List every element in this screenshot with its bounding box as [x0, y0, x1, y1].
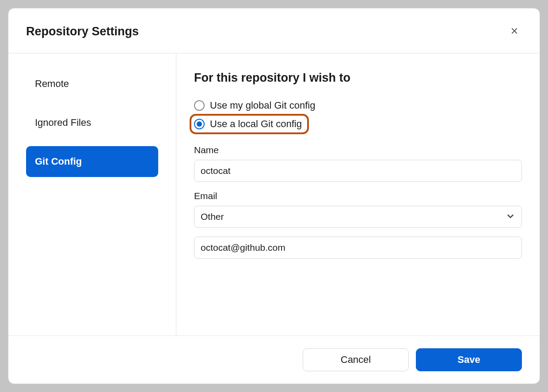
email-field-block: Email Other: [194, 191, 522, 259]
save-button[interactable]: Save: [416, 348, 522, 371]
dialog-backdrop: Repository Settings Remote Ignored Files…: [0, 0, 548, 392]
name-input[interactable]: [194, 160, 522, 182]
sidebar-item-git-config[interactable]: Git Config: [26, 146, 158, 177]
sidebar: Remote Ignored Files Git Config: [8, 53, 176, 335]
dialog-header: Repository Settings: [8, 8, 540, 53]
radio-icon: [194, 119, 205, 129]
cancel-button[interactable]: Cancel: [303, 348, 409, 371]
sidebar-item-label: Git Config: [35, 156, 82, 167]
close-button[interactable]: [507, 23, 522, 40]
name-label: Name: [194, 145, 522, 155]
radio-global-git-config[interactable]: Use my global Git config: [194, 97, 522, 114]
name-field-block: Name: [194, 145, 522, 182]
dialog-body: Remote Ignored Files Git Config For this…: [8, 53, 540, 335]
repository-settings-dialog: Repository Settings Remote Ignored Files…: [8, 8, 540, 384]
sidebar-item-remote[interactable]: Remote: [26, 68, 158, 99]
close-icon: [510, 26, 519, 37]
radio-label: Use my global Git config: [210, 100, 315, 111]
dialog-footer: Cancel Save: [8, 335, 540, 384]
git-config-radio-group: Use my global Git config Use a local Git…: [194, 97, 522, 134]
sidebar-item-label: Remote: [35, 78, 69, 89]
sidebar-item-ignored-files[interactable]: Ignored Files: [26, 107, 158, 138]
email-input[interactable]: [194, 237, 522, 259]
radio-local-git-config[interactable]: Use a local Git config: [190, 114, 309, 134]
email-select[interactable]: Other: [194, 206, 522, 228]
dialog-title: Repository Settings: [26, 25, 139, 38]
email-select-wrapper: Other: [194, 206, 522, 228]
main-pane: For this repository I wish to Use my glo…: [176, 53, 540, 335]
radio-icon: [194, 100, 205, 111]
section-heading: For this repository I wish to: [194, 71, 522, 85]
radio-label: Use a local Git config: [210, 118, 302, 130]
email-label: Email: [194, 191, 522, 201]
email-select-value: Other: [201, 211, 224, 222]
sidebar-item-label: Ignored Files: [35, 117, 91, 128]
